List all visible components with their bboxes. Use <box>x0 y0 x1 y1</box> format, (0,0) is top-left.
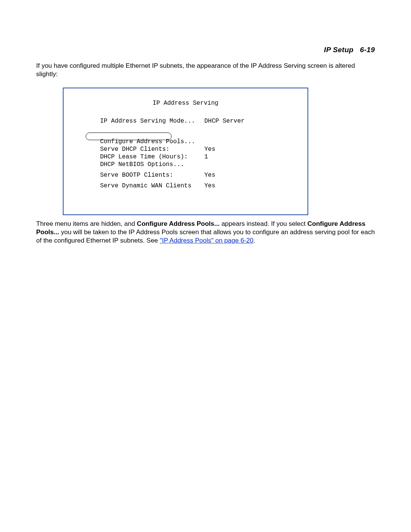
terminal-row: Serve BOOTP Clients: Yes <box>71 171 300 179</box>
terminal-row-value: Yes <box>174 171 215 179</box>
terminal-title: IP Address Serving <box>71 100 300 107</box>
explain-text-fragment: appears instead. If you select <box>220 220 307 227</box>
page-header: IP Setup 6-19 <box>36 46 375 54</box>
terminal-row-value: Yes <box>174 182 215 190</box>
terminal-row: IP Address Serving Mode... DHCP Server <box>71 117 300 125</box>
explain-text-fragment: Three menu items are hidden, and <box>36 220 137 227</box>
terminal-row: Serve DHCP Clients: Yes <box>71 145 300 153</box>
terminal-row: DHCP NetBIOS Options... <box>71 161 300 168</box>
terminal-row-value <box>174 138 204 145</box>
terminal-row-label: IP Address Serving Mode... <box>71 117 174 125</box>
terminal-row-label: Serve DHCP Clients: <box>71 145 174 153</box>
spacer <box>71 179 300 182</box>
terminal-row-label: Serve BOOTP Clients: <box>71 171 174 179</box>
terminal-row-value: DHCP Server <box>174 117 245 125</box>
terminal-row-value <box>174 161 204 168</box>
terminal-row-label: DHCP NetBIOS Options... <box>71 161 174 168</box>
terminal-row-label: DHCP Lease Time (Hours): <box>71 153 174 161</box>
spacer <box>71 168 300 171</box>
spacer <box>71 125 300 138</box>
header-section: IP Setup <box>324 46 354 54</box>
intro-paragraph: If you have configured multiple Ethernet… <box>36 62 375 78</box>
terminal-row: DHCP Lease Time (Hours): 1 <box>71 153 300 161</box>
cross-reference-link[interactable]: "IP Address Pools" on page 6-20 <box>160 237 253 244</box>
terminal-row-label: Serve Dynamic WAN Clients <box>71 182 174 190</box>
explain-text-fragment: . <box>253 237 255 244</box>
document-page: IP Setup 6-19 If you have configured mul… <box>0 0 411 532</box>
explain-bold: Configure Address Pools... <box>137 220 220 227</box>
explain-paragraph: Three menu items are hidden, and Configu… <box>36 220 375 245</box>
terminal-row-highlighted: Configure Address Pools... <box>71 138 300 145</box>
terminal-row: Serve Dynamic WAN Clients Yes <box>71 182 300 190</box>
terminal-row-value: Yes <box>174 145 215 153</box>
header-page-number: 6-19 <box>360 46 375 54</box>
terminal-row-label: Configure Address Pools... <box>71 138 174 145</box>
terminal-screen: IP Address Serving IP Address Serving Mo… <box>63 88 308 215</box>
terminal-row-value: 1 <box>174 153 208 161</box>
